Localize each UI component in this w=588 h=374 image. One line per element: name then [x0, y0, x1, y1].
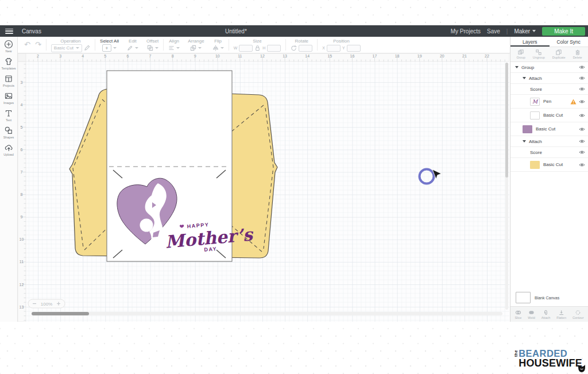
width-input[interactable] — [239, 45, 253, 52]
offset-group: Offset — [142, 37, 163, 53]
my-projects-link[interactable]: My Projects — [451, 28, 481, 34]
group-layers-button[interactable]: Group — [516, 49, 525, 59]
ruler-number: 13 — [283, 54, 287, 58]
sidebar-item-images[interactable]: Images — [3, 91, 14, 105]
sidebar-item-templates[interactable]: Templates — [1, 57, 16, 70]
ruler-number: 3 — [59, 54, 61, 58]
rotate-label: Rotate — [295, 38, 309, 44]
make-it-button[interactable]: Make It — [542, 27, 585, 36]
arrange-icon[interactable] — [190, 45, 196, 51]
hamburger-menu-icon[interactable] — [5, 29, 13, 34]
ruler-number: 16 — [350, 54, 355, 58]
layer-label: Attach — [529, 139, 579, 144]
layer-actions: GroupUngroupDuplicateDelete — [510, 47, 588, 62]
layer-row-basic-cut[interactable]: Basic Cut — [510, 109, 588, 122]
eye-visibility-icon[interactable] — [579, 87, 585, 91]
eye-visibility-icon[interactable] — [579, 139, 585, 144]
contour-icon — [575, 310, 581, 315]
machine-selector[interactable]: Maker — [514, 28, 536, 34]
horizontal-scrollbar-track[interactable] — [32, 312, 502, 315]
ruler-number: 3 — [21, 80, 23, 84]
edit-icon[interactable] — [127, 45, 133, 51]
operation-select[interactable]: Basic Cut — [51, 44, 82, 52]
layers-panel: Layers Color Sync GroupUngroupDuplicateD… — [510, 37, 588, 322]
select-all-button[interactable]: Select All — [100, 38, 119, 44]
tab-layers[interactable]: Layers — [510, 37, 550, 47]
eye-visibility-icon[interactable] — [579, 76, 585, 80]
position-y-input[interactable] — [347, 45, 361, 52]
attach-tool-button[interactable]: Attach — [541, 310, 551, 319]
chevron-down-icon — [176, 47, 180, 49]
slice-tool-button[interactable]: Slice — [514, 310, 521, 319]
add-shape-button[interactable]: + — [102, 44, 111, 52]
ruler-number: 21 — [462, 54, 467, 58]
align-icon[interactable] — [168, 45, 175, 51]
tab-color-sync[interactable]: Color Sync — [550, 37, 588, 47]
save-link[interactable]: Save — [487, 28, 500, 34]
sidebar-item-label: Shapes — [3, 136, 14, 139]
sidebar-item-shapes[interactable]: Shapes — [3, 126, 14, 139]
sidebar-item-upload[interactable]: Upload — [3, 143, 13, 156]
blank-canvas-row[interactable]: Blank Canvas — [510, 289, 588, 306]
layer-row-score[interactable]: Score — [510, 84, 588, 95]
footer-tool-label: Contour — [572, 316, 584, 319]
eye-visibility-icon[interactable] — [579, 150, 585, 155]
ruler-number: 6 — [21, 148, 23, 152]
layer-row-attach[interactable]: Attach — [510, 136, 588, 147]
flatten-tool-button[interactable]: Flatten — [556, 310, 566, 319]
sidebar-item-projects[interactable]: Projects — [3, 74, 14, 87]
eye-visibility-icon[interactable] — [579, 65, 585, 70]
ruler-number: 17 — [373, 54, 377, 58]
arrange-group: Arrange — [184, 37, 208, 53]
ungroup-icon — [536, 49, 541, 55]
eye-visibility-icon[interactable] — [579, 113, 585, 118]
flip-icon[interactable] — [212, 45, 219, 51]
layer-row-basic-cut[interactable]: Basic Cut — [510, 158, 588, 172]
ruler-number: 7 — [21, 170, 23, 174]
weld-tool-button[interactable]: Weld — [528, 310, 535, 319]
x-axis-label: X — [322, 46, 325, 50]
layer-row-group[interactable]: Group — [510, 62, 588, 73]
height-input[interactable] — [267, 45, 281, 52]
ungroup-layers-button[interactable]: Ungroup — [533, 49, 545, 59]
redo-icon[interactable]: ↷ — [35, 41, 41, 48]
top-bar: Canvas Untitled* My Projects Save | Make… — [0, 25, 588, 37]
chevron-down-icon[interactable] — [523, 140, 526, 142]
contour-tool-button[interactable]: Contour — [572, 310, 584, 319]
layer-list: GroupAttachScoreMPenBasic CutBasic CutAt… — [510, 62, 588, 172]
eye-visibility-icon[interactable] — [579, 163, 585, 167]
blank-canvas-swatch[interactable] — [516, 292, 531, 303]
layer-thumbnail-pen: M — [530, 98, 540, 106]
layer-row-pen[interactable]: MPen — [510, 95, 588, 109]
design-canvas[interactable]: HAPPY Mother’s DAY — [18, 53, 509, 322]
layer-row-score[interactable]: Score — [510, 147, 588, 158]
zoom-control[interactable]: 100% — [28, 299, 65, 308]
projects-icon — [4, 74, 13, 83]
eye-visibility-icon[interactable] — [579, 99, 585, 104]
duplicate-layers-button[interactable]: Duplicate — [552, 49, 566, 59]
delete-icon — [575, 49, 581, 55]
ruler-corner — [18, 53, 26, 61]
ruler-number: 9 — [21, 215, 23, 219]
chevron-down-icon[interactable] — [523, 77, 526, 79]
logo-the: the — [514, 350, 518, 357]
undo-icon[interactable]: ↶ — [24, 41, 30, 48]
sidebar-item-new[interactable]: New — [4, 40, 13, 53]
layer-row-basic-cut[interactable]: Basic Cut — [510, 122, 588, 136]
position-x-input[interactable] — [327, 45, 341, 52]
templates-icon — [4, 57, 13, 66]
delete-layers-button[interactable]: Delete — [573, 49, 582, 59]
offset-icon[interactable] — [147, 45, 153, 51]
lock-icon[interactable] — [254, 45, 261, 51]
chevron-down-icon[interactable] — [515, 66, 519, 68]
size-label: Size — [253, 38, 262, 44]
pen-tool-icon[interactable] — [84, 45, 90, 51]
eye-visibility-icon[interactable] — [579, 127, 585, 132]
layer-row-attach[interactable]: Attach — [510, 73, 588, 84]
shapes-icon — [4, 126, 13, 135]
sidebar-item-text[interactable]: Text — [4, 109, 13, 122]
vertical-scrollbar-thumb[interactable] — [505, 63, 508, 178]
horizontal-scrollbar-thumb[interactable] — [32, 312, 89, 315]
rotate-input[interactable] — [299, 45, 312, 52]
rotate-icon[interactable] — [291, 45, 297, 51]
